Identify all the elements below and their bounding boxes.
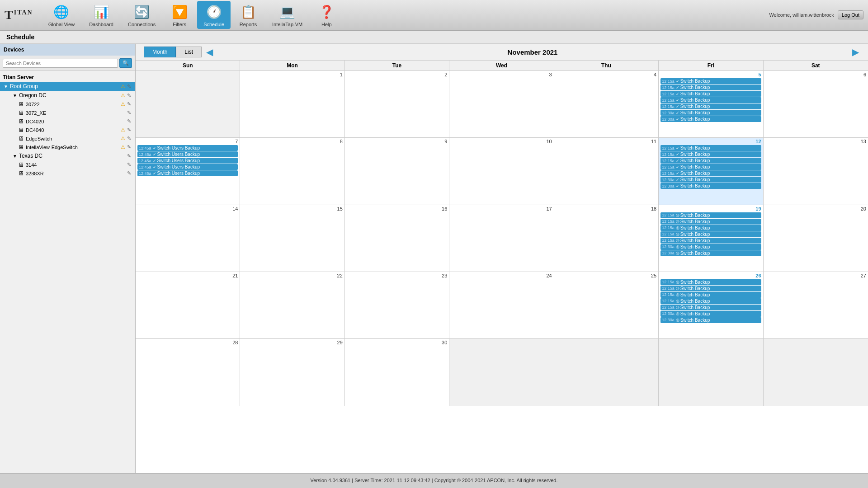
device-3288xr[interactable]: 🖥 3288XR ✎	[5, 169, 135, 178]
cal-day-27[interactable]: 27	[764, 272, 868, 338]
edit-icon[interactable]: ✎	[127, 144, 131, 150]
cal-event[interactable]: 12:15a✓ Switch Backup	[660, 170, 761, 176]
cal-day-25[interactable]: 25	[554, 272, 659, 338]
cal-day-17[interactable]: 17	[449, 205, 554, 272]
cal-event[interactable]: 12:15a◎ Switch Backup	[660, 212, 761, 218]
cal-event[interactable]: 12:15a✓ Switch Backup	[660, 151, 761, 157]
nav-dashboard[interactable]: 📊 Dashboard	[83, 1, 120, 29]
nav-intellatap[interactable]: 💻 IntellaTap-VM	[266, 1, 309, 29]
device-intellaview[interactable]: 🖥 IntellaView-EdgeSwitch ⚠ ✎	[5, 143, 135, 151]
search-button[interactable]: 🔍	[119, 58, 132, 68]
cal-day-3[interactable]: 3	[449, 71, 554, 137]
cal-event[interactable]: 12:15a✓ Switch Backup	[660, 78, 761, 84]
cal-event[interactable]: 12:15a◎ Switch Backup	[660, 286, 761, 291]
cal-event[interactable]: 12:15a◎ Switch Backup	[660, 225, 761, 231]
cal-event[interactable]: 12:15a◎ Switch Backup	[660, 279, 761, 285]
edit-icon[interactable]: ✎	[127, 162, 131, 168]
calendar-prev-button[interactable]: ◀	[202, 47, 217, 57]
edit-icon[interactable]: ✎	[127, 93, 131, 99]
cal-day-13[interactable]: 13	[764, 138, 868, 204]
cal-day-21[interactable]: 21	[136, 272, 240, 338]
search-input[interactable]	[3, 59, 118, 68]
cal-event[interactable]: 12:30a◎ Switch Backup	[660, 250, 761, 256]
edit-icon[interactable]: ✎	[127, 153, 131, 159]
tree-group-root[interactable]: ▼ Root Group ⚠ ✎	[0, 82, 135, 91]
nav-reports[interactable]: 📋 Reports	[232, 1, 264, 29]
cal-event[interactable]: 12:15a◎ Switch Backup	[660, 305, 761, 310]
nav-help[interactable]: ❓ Help	[311, 1, 342, 29]
cal-event[interactable]: 12:15a✓ Switch Backup	[660, 158, 761, 164]
cal-day-4[interactable]: 4	[554, 71, 659, 137]
edit-icon[interactable]: ✎	[127, 101, 131, 107]
device-dc4020[interactable]: 🖥 DC4020 ✎	[5, 117, 135, 126]
cal-day-20[interactable]: 20	[764, 205, 868, 272]
nav-global-view[interactable]: 🌐 Global View	[42, 1, 81, 29]
cal-day-5[interactable]: 5 12:15a✓ Switch Backup 12:15a✓ Switch B…	[659, 71, 763, 137]
cal-event[interactable]: 12:15a✓ Switch Backup	[660, 97, 761, 103]
cal-event[interactable]: 12:15a✓ Switch Backup	[660, 91, 761, 97]
edit-icon[interactable]: ✎	[127, 170, 131, 176]
cal-day-9[interactable]: 9	[345, 138, 449, 204]
cal-event[interactable]: 12:30a✓ Switch Backup	[660, 110, 761, 116]
edit-icon[interactable]: ✎	[127, 84, 131, 89]
cal-day-26[interactable]: 26 12:15a◎ Switch Backup 12:15a◎ Switch …	[659, 272, 763, 338]
cal-event[interactable]: 12:45a✓ Switch Users Backup	[137, 164, 238, 170]
cal-event[interactable]: 12:15a◎ Switch Backup	[660, 292, 761, 298]
cal-day-18[interactable]: 18	[554, 205, 659, 272]
edit-icon[interactable]: ✎	[127, 136, 131, 141]
cal-day-22[interactable]: 22	[240, 272, 344, 338]
cal-event[interactable]: 12:30a✓ Switch Backup	[660, 116, 761, 122]
device-3144[interactable]: 🖥 3144 ✎	[5, 160, 135, 169]
nav-connections[interactable]: 🔄 Connections	[122, 1, 162, 29]
cal-event[interactable]: 12:30a✓ Switch Backup	[660, 177, 761, 183]
cal-day-28[interactable]: 28	[136, 339, 240, 406]
cal-day-29[interactable]: 29	[240, 339, 344, 406]
cal-event[interactable]: 12:45a✓ Switch Users Backup	[137, 170, 238, 176]
cal-event[interactable]: 12:15a✓ Switch Backup	[660, 84, 761, 90]
cal-event[interactable]: 12:15a✓ Switch Backup	[660, 103, 761, 109]
cal-event[interactable]: 12:15a◎ Switch Backup	[660, 219, 761, 225]
cal-event[interactable]: 12:15a◎ Switch Backup	[660, 298, 761, 304]
cal-day-8[interactable]: 8	[240, 138, 344, 204]
cal-day-6[interactable]: 6	[764, 71, 868, 137]
cal-day-19[interactable]: 19 12:15a◎ Switch Backup 12:15a◎ Switch …	[659, 205, 763, 272]
device-edgeswitch[interactable]: 🖥 EdgeSwitch ⚠ ✎	[5, 134, 135, 143]
cal-event[interactable]: 12:45a✓ Switch Users Backup	[137, 151, 238, 157]
cal-event[interactable]: 12:15a✓ Switch Backup	[660, 164, 761, 170]
cal-event[interactable]: 12:45a✓ Switch Users Backup	[137, 145, 238, 151]
edit-icon[interactable]: ✎	[127, 118, 131, 124]
cal-event[interactable]: 12:30a◎ Switch Backup	[660, 317, 761, 323]
nav-schedule[interactable]: 🕐 Schedule	[197, 1, 231, 29]
edit-icon[interactable]: ✎	[127, 110, 131, 116]
edit-icon[interactable]: ✎	[127, 127, 131, 133]
tab-month[interactable]: Month	[144, 47, 176, 57]
cal-day-1[interactable]: 1	[240, 71, 344, 137]
device-30722[interactable]: 🖥 30722 ⚠ ✎	[5, 100, 135, 108]
tree-group-oregon[interactable]: ▼ Oregon DC ⚠ ✎	[5, 91, 135, 100]
cal-day-2[interactable]: 2	[345, 71, 449, 137]
nav-filters[interactable]: 🔽 Filters	[164, 1, 195, 29]
cal-day-30[interactable]: 30	[345, 339, 449, 406]
device-dc4040[interactable]: 🖥 DC4040 ⚠ ✎	[5, 126, 135, 134]
cal-event[interactable]: 12:15a✓ Switch Backup	[660, 145, 761, 151]
cal-day-14[interactable]: 14	[136, 205, 240, 272]
cal-event[interactable]: 12:30a◎ Switch Backup	[660, 244, 761, 250]
calendar-next-button[interactable]: ▶	[848, 47, 863, 57]
tab-list[interactable]: List	[176, 47, 202, 57]
tree-group-texas[interactable]: ▼ Texas DC ✎	[5, 151, 135, 160]
cal-event[interactable]: 12:15a◎ Switch Backup	[660, 231, 761, 237]
cal-event[interactable]: 12:30a✓ Switch Backup	[660, 183, 761, 189]
cal-day-16[interactable]: 16	[345, 205, 449, 272]
cal-event[interactable]: 12:15a◎ Switch Backup	[660, 238, 761, 244]
cal-event[interactable]: 12:30a◎ Switch Backup	[660, 311, 761, 317]
logout-button[interactable]: Log Out	[838, 10, 863, 19]
cal-day-15[interactable]: 15	[240, 205, 344, 272]
cal-day-23[interactable]: 23	[345, 272, 449, 338]
cal-day-12[interactable]: 12 12:15a✓ Switch Backup 12:15a✓ Switch …	[659, 138, 763, 204]
cal-day-11[interactable]: 11	[554, 138, 659, 204]
device-3072xe[interactable]: 🖥 3072_XE ✎	[5, 108, 135, 117]
cal-day-7[interactable]: 7 12:45a✓ Switch Users Backup 12:45a✓ Sw…	[136, 138, 240, 204]
cal-event[interactable]: 12:45a✓ Switch Users Backup	[137, 158, 238, 164]
cal-day-24[interactable]: 24	[449, 272, 554, 338]
cal-day-10[interactable]: 10	[449, 138, 554, 204]
